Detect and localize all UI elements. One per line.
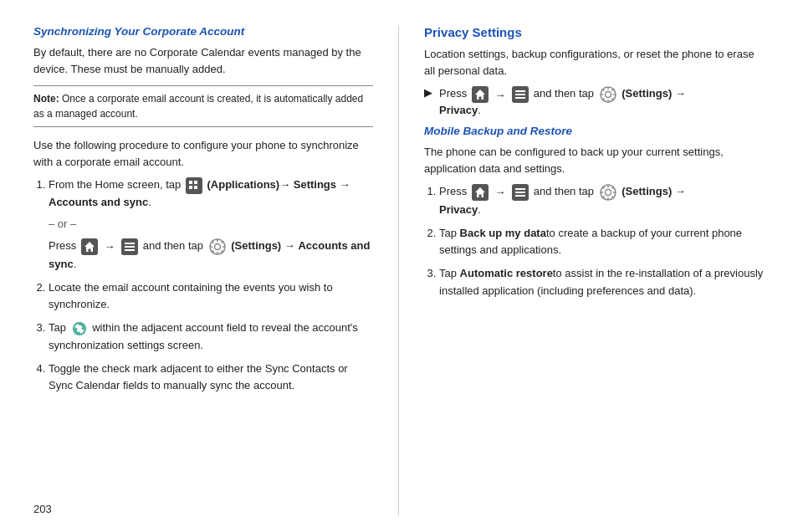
svg-rect-3: [194, 186, 197, 189]
svg-line-31: [602, 89, 604, 90]
svg-line-16: [221, 241, 223, 243]
step1-text-before: From the Home screen, tap: [49, 178, 184, 191]
bullet-settings-label: (Settings) →: [622, 87, 686, 100]
svg-rect-1: [194, 181, 197, 184]
home-icon-r1: [472, 86, 489, 103]
svg-line-34: [602, 99, 604, 100]
left-steps-list: From the Home screen, tap (Applications)…: [49, 176, 373, 394]
svg-rect-24: [515, 97, 525, 99]
menu-icon: [121, 238, 138, 255]
svg-point-40: [605, 190, 611, 196]
arrow1: →: [104, 240, 118, 253]
r-step1-and-then-tap: and then tap: [534, 185, 597, 197]
svg-line-15: [221, 250, 223, 252]
arrow-r1: →: [495, 89, 509, 101]
svg-line-17: [212, 250, 213, 252]
arrow-bullet: ▶: [424, 86, 432, 99]
right-steps-list: Press → and then tap: [439, 183, 765, 299]
apps-icon: [186, 177, 202, 194]
left-step-3: Tap within the adjacent account field to…: [49, 320, 373, 354]
note-label: Note:: [33, 93, 59, 105]
home-icon-r2: [472, 184, 489, 201]
note-box: Note: Once a corporate email account is …: [33, 85, 373, 127]
r-step3-before: Tap: [439, 267, 460, 279]
step3-text-after: within the adjacent account field to rev…: [49, 321, 358, 351]
svg-rect-6: [125, 246, 135, 248]
sub-intro: The phone can be configured to back up y…: [424, 144, 765, 176]
left-step-2: Locate the email account containing the …: [49, 279, 373, 313]
menu-icon-r2: [512, 184, 529, 201]
sync-icon: [71, 320, 88, 337]
left-section-title: Synchronizing Your Corporate Account: [33, 25, 373, 38]
step1-and-then-tap: and then tap: [143, 239, 207, 252]
svg-point-26: [605, 92, 611, 98]
svg-line-14: [212, 241, 213, 243]
step1-period: .: [148, 196, 151, 208]
step2-text: Locate the email account containing the …: [49, 281, 333, 310]
svg-rect-7: [125, 249, 135, 251]
svg-point-9: [214, 243, 220, 249]
svg-rect-36: [515, 188, 525, 190]
right-step-3: Tap Automatic restoreto assist in the re…: [439, 265, 765, 299]
step4-text: Toggle the check mark adjacent to either…: [49, 362, 348, 391]
left-intro: By default, there are no Corporate Calen…: [33, 44, 373, 77]
right-step-2: Tap Back up my datato create a backup of…: [439, 225, 765, 258]
right-section-title: Privacy Settings: [424, 25, 765, 39]
svg-line-46: [611, 197, 613, 198]
r-step1-settings-label: (Settings) →: [622, 185, 686, 197]
right-step-1: Press → and then tap: [439, 183, 765, 218]
svg-line-47: [611, 187, 613, 188]
bullet-press-text: Press: [439, 87, 470, 100]
step1-or-section: Press → and then tap: [49, 238, 373, 273]
left-column: Synchronizing Your Corporate Account By …: [33, 25, 399, 515]
home-icon: [81, 238, 98, 255]
sub-section-title: Mobile Backup and Restore: [424, 125, 765, 137]
menu-icon-r1: [512, 86, 529, 103]
svg-marker-21: [475, 90, 485, 100]
svg-line-45: [602, 187, 604, 188]
step1-end-period: .: [74, 258, 77, 270]
settings-icon-r1: [599, 85, 617, 104]
svg-rect-38: [515, 195, 525, 197]
r-step1-period: .: [478, 203, 481, 216]
procedure-intro: Use the following procedure to configure…: [33, 137, 373, 170]
svg-rect-22: [515, 90, 525, 92]
svg-line-48: [602, 197, 604, 198]
left-step-4: Toggle the check mark adjacent to either…: [49, 361, 373, 394]
r-step3-bold: Automatic restore: [460, 267, 553, 279]
svg-line-32: [611, 99, 613, 100]
svg-marker-20: [75, 327, 78, 331]
note-text: Once a corporate email account is create…: [33, 93, 363, 120]
r-step1-bold-end: Privacy: [439, 203, 478, 216]
step1-settings-label: (Settings) →: [231, 239, 298, 252]
svg-marker-19: [81, 326, 84, 330]
bullet-period: .: [478, 104, 481, 116]
bullet-arrow-step: ▶ Press → and then tap: [424, 85, 765, 116]
bullet-step-content: Press → and then tap: [439, 85, 686, 116]
right-column: Privacy Settings Location settings, back…: [399, 25, 765, 515]
bullet-and-then-tap: and then tap: [534, 87, 597, 100]
arrow-r2: →: [495, 186, 509, 198]
svg-rect-0: [189, 181, 192, 184]
left-step-1: From the Home screen, tap (Applications)…: [49, 176, 373, 273]
svg-rect-2: [189, 186, 192, 189]
svg-rect-5: [125, 243, 135, 244]
settings-icon-1: [208, 238, 227, 256]
svg-rect-23: [515, 94, 525, 95]
step3-text-before: Tap: [49, 321, 69, 334]
page-number: 203: [33, 503, 52, 515]
r-step2-bold: Back up my data: [460, 227, 546, 239]
svg-line-33: [611, 89, 613, 90]
svg-rect-37: [515, 192, 525, 193]
svg-marker-35: [475, 187, 485, 197]
or-line: – or –: [49, 216, 373, 233]
settings-icon-r2: [599, 183, 617, 202]
right-intro: Location settings, backup configurations…: [424, 46, 765, 79]
step1-press-text: Press: [49, 239, 79, 252]
svg-marker-4: [84, 242, 95, 252]
bullet-bold-end: Privacy: [439, 104, 478, 116]
r-step2-before: Tap: [439, 227, 460, 239]
r-step1-press: Press: [439, 185, 470, 197]
